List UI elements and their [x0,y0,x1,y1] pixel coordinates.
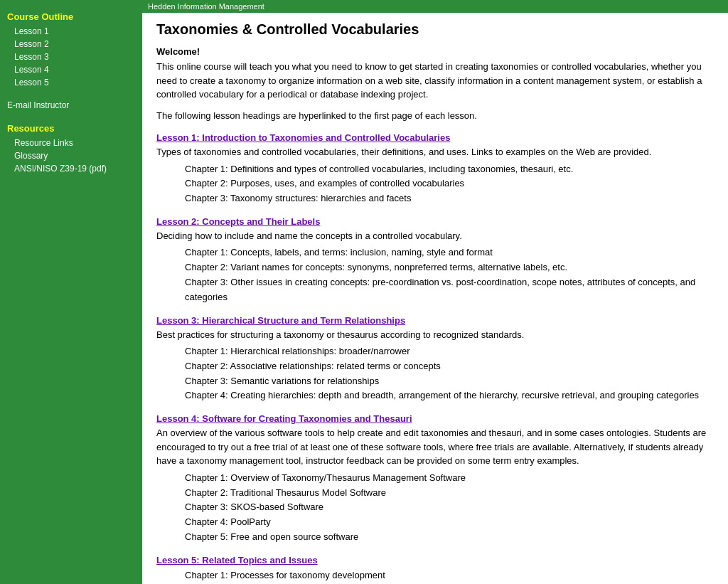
top-bar: Hedden Information Management [142,0,728,13]
lesson4-link[interactable]: Lesson 4: Software for Creating Taxonomi… [156,413,714,424]
lesson4-chapter5: Chapter 5: Free and open source software [185,530,714,545]
lesson3-link[interactable]: Lesson 3: Hierarchical Structure and Ter… [156,315,714,326]
lesson3-chapter3: Chapter 3: Semantic variations for relat… [185,374,714,389]
lesson2-link[interactable]: Lesson 2: Concepts and Their Labels [156,216,714,227]
top-bar-label: Hedden Information Management [148,2,264,11]
sidebar-item-lesson1[interactable]: Lesson 1 [0,25,142,38]
lesson4-chapter3: Chapter 3: SKOS-based Software [185,500,714,515]
main-content: Hedden Information Management Taxonomies… [142,0,728,584]
lesson5-chapter1: Chapter 1: Processes for taxonomy develo… [185,568,714,583]
lesson2-chapter3: Chapter 3: Other issues in creating conc… [185,275,714,305]
lesson3-desc: Best practices for structuring a taxonom… [156,328,714,342]
sidebar-item-ansi[interactable]: ANSI/NISO Z39-19 (pdf) [0,162,142,175]
welcome-heading: Welcome! [156,46,714,57]
email-instructor-link[interactable]: E-mail Instructor [0,95,142,113]
sidebar-item-lesson2[interactable]: Lesson 2 [0,38,142,51]
sidebar-item-lesson4[interactable]: Lesson 4 [0,63,142,76]
resources-title: Resources [0,119,142,137]
lesson1-chapters: Chapter 1: Definitions and types of cont… [185,162,714,206]
lesson1-chapter1: Chapter 1: Definitions and types of cont… [185,162,714,177]
lesson2-desc: Deciding how to include and name the con… [156,229,714,243]
lesson4-desc: An overview of the various software tool… [156,426,714,468]
sidebar: Course Outline Lesson 1 Lesson 2 Lesson … [0,0,142,584]
sidebar-item-lesson3[interactable]: Lesson 3 [0,51,142,63]
sidebar-item-resource-links[interactable]: Resource Links [0,137,142,149]
sidebar-item-glossary[interactable]: Glossary [0,149,142,162]
lesson2-chapter1: Chapter 1: Concepts, labels, and terms: … [185,245,714,260]
lesson3-chapters: Chapter 1: Hierarchical relationships: b… [185,344,714,403]
lesson2-chapter2: Chapter 2: Variant names for concepts: s… [185,260,714,275]
lesson1-link[interactable]: Lesson 1: Introduction to Taxonomies and… [156,132,714,143]
lesson1-desc: Types of taxonomies and controlled vocab… [156,145,714,159]
lesson1-chapter3: Chapter 3: Taxonomy structures: hierarch… [185,191,714,206]
lesson4-chapter4: Chapter 4: PoolParty [185,515,714,530]
lesson5-link[interactable]: Lesson 5: Related Topics and Issues [156,555,714,566]
lesson2-chapters: Chapter 1: Concepts, labels, and terms: … [185,245,714,304]
lesson3-chapter1: Chapter 1: Hierarchical relationships: b… [185,344,714,359]
intro-para2: The following lesson headings are hyperl… [156,109,714,123]
course-outline-title: Course Outline [0,7,142,25]
lesson5-chapters: Chapter 1: Processes for taxonomy develo… [185,568,714,584]
lesson3-chapter4: Chapter 4: Creating hierarchies: depth a… [185,388,714,403]
lesson4-chapters: Chapter 1: Overview of Taxonomy/Thesauru… [185,471,714,545]
lesson3-chapter2: Chapter 2: Associative relationships: re… [185,359,714,374]
lesson1-chapter2: Chapter 2: Purposes, uses, and examples … [185,176,714,191]
lesson4-chapter1: Chapter 1: Overview of Taxonomy/Thesauru… [185,471,714,486]
page-title: Taxonomies & Controlled Vocabularies [156,21,714,38]
sidebar-item-lesson5[interactable]: Lesson 5 [0,76,142,89]
lesson4-chapter2: Chapter 2: Traditional Thesaurus Model S… [185,486,714,501]
intro-para1: This online course will teach you what y… [156,60,714,102]
